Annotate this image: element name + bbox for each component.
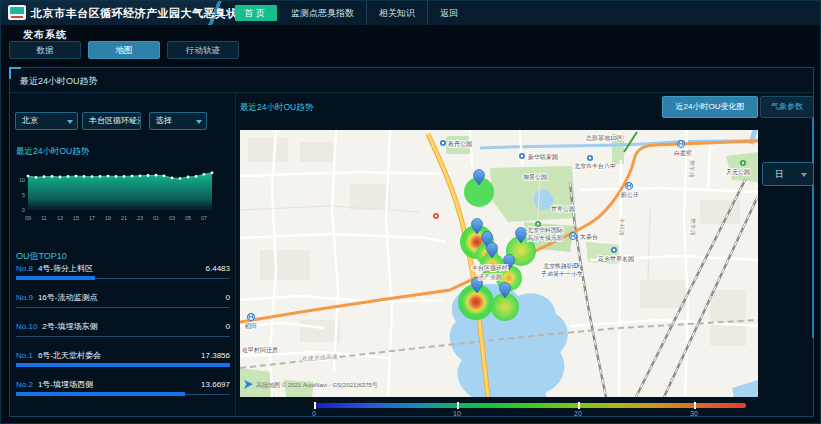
legend-label: 30	[690, 410, 698, 417]
site-name: 4号-筛分上料区	[38, 263, 206, 274]
list-item[interactable]: No.21号-填埋场西侧13.6697	[16, 376, 230, 405]
svg-text:17: 17	[89, 215, 95, 221]
map-label: 郭公庄	[620, 191, 639, 199]
svg-text:09: 09	[25, 215, 31, 221]
panel-divider	[10, 92, 813, 93]
map-label: 北京铁路职工	[543, 262, 579, 270]
main-nav: 首页 监测点恶臭指数 相关知识 返回	[233, 1, 470, 25]
tab-data[interactable]: 数据	[9, 41, 81, 59]
svg-text:21: 21	[121, 215, 127, 221]
tab-trajectory[interactable]: 行动轨迹	[167, 41, 239, 59]
list-item[interactable]: No.102号-填埋场东侧0	[16, 318, 230, 347]
site-select[interactable]: 选择	[149, 112, 207, 130]
rank: No.1	[16, 351, 33, 360]
legend-tick	[578, 402, 580, 409]
value-bar	[16, 392, 185, 396]
map-label: 世界公园	[551, 206, 575, 213]
app-logo-icon	[8, 5, 26, 20]
map-label: 新华联家园	[528, 153, 558, 161]
weather-params-button[interactable]: 气象参数	[760, 96, 814, 118]
ou-color-legend	[314, 403, 746, 408]
ou-value: 17.3856	[201, 351, 230, 360]
site-name: 6号-北天堂村委会	[38, 350, 201, 361]
value-bar	[16, 276, 95, 280]
map-label: 御景公园	[523, 174, 547, 181]
poi-icon	[611, 247, 617, 253]
rank: No.8	[16, 264, 33, 273]
map-label: 天元公园	[726, 168, 750, 176]
map-label: 北京市丰台八中	[574, 162, 616, 170]
ou-top-list: No.84号-筛分上料区6.4483 No.916号-流动监测点0 No.102…	[16, 260, 230, 405]
map-label: 子弟第十一小学	[540, 270, 583, 278]
period-select-value: 日	[775, 169, 784, 179]
map-label: 白盆窑	[674, 149, 692, 157]
site-name: 16号-流动监测点	[38, 292, 226, 303]
rank: No.9	[16, 293, 33, 302]
header-bar: 北京市丰台区循环经济产业园大气恶臭状况实时 首页 监测点恶臭指数 相关知识 返回	[1, 1, 820, 25]
nav-tab-odor-index[interactable]: 监测点恶臭指数	[279, 1, 366, 25]
value-bar	[16, 363, 230, 367]
poi-icon	[440, 140, 446, 146]
tab-map[interactable]: 地图	[88, 41, 160, 59]
poi-icon	[587, 155, 593, 161]
svg-text:11: 11	[41, 215, 47, 221]
nav-tab-knowledge[interactable]: 相关知识	[366, 1, 427, 25]
poi-icon	[519, 153, 525, 159]
chevron-down-icon	[801, 173, 807, 177]
metro-station-icon	[678, 141, 685, 148]
map-label: 稻田	[245, 323, 257, 330]
map-canvas[interactable]: 总部基地10区 看丹公园 新华联家园 御景公园 北京市丰台八中 世界公园 白盆窑…	[240, 130, 758, 397]
legend-tick	[457, 402, 459, 409]
attribution-text: 高德地图 © 2021 AutoNavi - GS(2021)6375号	[256, 381, 378, 389]
city-select[interactable]: 北京	[15, 112, 78, 130]
bar-track	[16, 307, 230, 308]
legend-label: 0	[312, 410, 316, 417]
list-item[interactable]: No.916号-流动监测点0	[16, 289, 230, 318]
map-label: 北京华科国际	[527, 226, 563, 234]
legend-label: 10	[453, 410, 461, 417]
nav-tab-home[interactable]: 首页	[235, 5, 277, 21]
ou-value: 6.4483	[206, 264, 230, 273]
svg-text:13: 13	[57, 215, 63, 221]
svg-text:0: 0	[22, 207, 25, 213]
list-item[interactable]: No.16号-北天堂村委会17.3856	[16, 347, 230, 376]
svg-text:19: 19	[105, 215, 111, 221]
rank: No.10	[16, 322, 37, 331]
site-name: 2号-填埋场东侧	[42, 321, 225, 332]
map-label: 造甲村回迁房	[242, 346, 278, 354]
ou-trend-chart: 0510091113151719212301030507	[12, 160, 222, 226]
ou-value: 0	[226, 293, 230, 302]
ou-change-map-button[interactable]: 近24小时OU变化图	[662, 96, 758, 118]
svg-text:5: 5	[22, 192, 25, 198]
trend-chart-label: 最近24小时OU趋势	[16, 146, 89, 158]
map-attribution: 高德地图 © 2021 AutoNavi - GS(2021)6375号	[244, 380, 378, 389]
site-select-value: 选择	[156, 116, 172, 125]
road-label: 樊羊路	[688, 160, 695, 178]
city-select-value: 北京	[22, 116, 38, 125]
chevron-down-icon	[67, 120, 73, 124]
publish-system-label: 发布系统	[23, 28, 67, 42]
park-icon	[740, 160, 746, 166]
svg-text:23: 23	[137, 215, 143, 221]
district-select[interactable]: 丰台区循环经济产	[82, 112, 141, 130]
svg-text:10: 10	[19, 177, 25, 183]
map-section-label: 最近24小时OU趋势	[240, 102, 313, 114]
list-item[interactable]: No.84号-筛分上料区6.4483	[16, 260, 230, 289]
legend-tick	[694, 402, 696, 409]
map-label: 大葆台	[580, 233, 598, 241]
period-select[interactable]: 日	[762, 162, 814, 186]
svg-text:15: 15	[73, 215, 79, 221]
legend-label: 20	[574, 410, 582, 417]
chevron-down-icon	[130, 120, 136, 124]
map-label: 济产业园	[478, 273, 502, 281]
nav-tab-back[interactable]: 返回	[427, 1, 470, 25]
svg-text:07: 07	[201, 215, 207, 221]
road-label: 在建京雄高速	[302, 353, 338, 363]
svg-text:01: 01	[153, 215, 159, 221]
road-label: 丰科路	[618, 218, 625, 236]
chevron-down-icon	[196, 120, 202, 124]
map-label: 总部基地10区	[585, 134, 623, 142]
ou-value: 13.6697	[201, 380, 230, 389]
column-divider	[235, 92, 236, 416]
ou-value: 0	[226, 322, 230, 331]
